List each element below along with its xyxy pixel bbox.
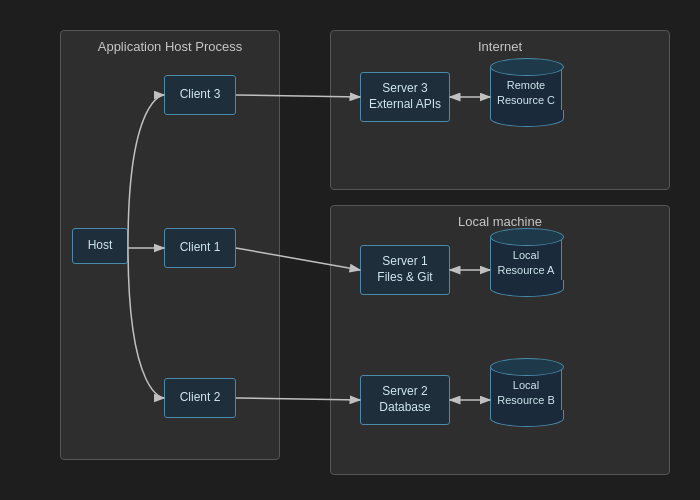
client1-node: Client 1 <box>164 228 236 268</box>
resource-b-cylinder: Local Resource B <box>490 365 562 420</box>
client2-node: Client 2 <box>164 378 236 418</box>
internet-label: Internet <box>478 39 522 54</box>
diagram: Application Host Process Internet Local … <box>0 0 700 500</box>
server1-node: Server 1 Files & Git <box>360 245 450 295</box>
resource-a-cylinder: Local Resource A <box>490 235 562 290</box>
server2-node: Server 2 Database <box>360 375 450 425</box>
client3-node: Client 3 <box>164 75 236 115</box>
local-machine-label: Local machine <box>458 214 542 229</box>
server3-node: Server 3 External APIs <box>360 72 450 122</box>
app-host-label: Application Host Process <box>98 39 243 54</box>
resource-c-cylinder: Remote Resource C <box>490 65 562 120</box>
host-node: Host <box>72 228 128 264</box>
